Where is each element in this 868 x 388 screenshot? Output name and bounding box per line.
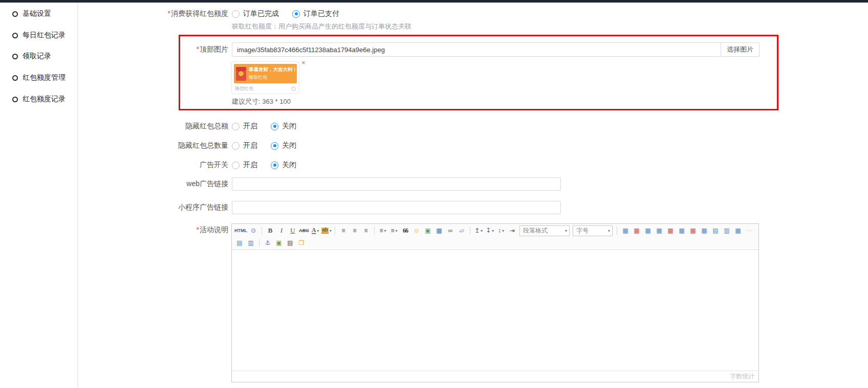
line-height-icon[interactable]: ↕▾ <box>496 225 506 236</box>
margin-top-icon[interactable]: ↥▾ <box>473 225 484 236</box>
row-hide-total-amount: 隐藏红包总额 开启 关闭 <box>0 121 868 132</box>
dropdown-caret-icon: ▾ <box>565 229 567 233</box>
italic-icon[interactable]: I <box>276 225 287 236</box>
row-mini-ad-link: 小程序广告链接 <box>0 201 868 214</box>
radio-unselected-icon <box>232 123 240 130</box>
print-icon[interactable]: ▤ <box>285 238 295 248</box>
split-row-icon[interactable]: ▤ <box>710 225 721 236</box>
radio-selected-icon <box>271 142 278 150</box>
row-lines-icon[interactable]: ▤ <box>234 238 245 248</box>
radio-unselected-icon <box>232 142 240 150</box>
column-lines-icon[interactable]: ▥ <box>246 238 256 248</box>
toolbar-row-1: HTML ⊙ B I U ABC A▾ ab▾ ≡ ≡ ≡ ≡▾ ≡▾ 66 ☺… <box>234 224 756 237</box>
underline-icon[interactable]: U <box>288 225 298 236</box>
font-size-select[interactable]: 字号▾ <box>573 225 613 236</box>
delete-table-icon[interactable]: ▦ <box>632 225 642 236</box>
sidebar: 基础设置 每日红包记录 领取记录 红包额度管理 红包额度记录 <box>0 3 78 388</box>
radio-unselected-icon <box>232 162 240 169</box>
remove-image-button[interactable]: × <box>301 59 306 66</box>
insert-row-above-icon[interactable]: ▦ <box>654 225 664 236</box>
radio-order-paid[interactable]: 订单已支付 <box>292 9 339 18</box>
dropdown-caret-icon: ▾ <box>492 229 494 233</box>
red-envelope-icon <box>236 67 246 81</box>
delete-row-icon[interactable]: ▦ <box>665 225 676 236</box>
top-dark-bar <box>0 0 868 3</box>
field-label-top-image: *顶部图片 <box>0 45 228 54</box>
image-map-icon[interactable]: ▣ <box>274 238 284 248</box>
margin-bottom-icon[interactable]: ↧▾ <box>485 225 495 236</box>
select-image-button[interactable]: 选择图片 <box>721 42 760 57</box>
emoji-icon[interactable]: ☺ <box>411 225 422 236</box>
remove-format-icon[interactable]: ▱ <box>457 225 467 236</box>
ordered-list-icon[interactable]: ≡▾ <box>378 225 388 236</box>
align-left-icon[interactable]: ≡ <box>338 225 349 236</box>
strikethrough-icon[interactable]: ABC <box>299 225 309 236</box>
radio-hide-amount-on[interactable]: 开启 <box>232 122 257 131</box>
consume-quota-help-text: 获取红包额度：用户购买商品产生的红包额度与订单状态关联 <box>232 22 411 31</box>
circle-bullet-icon <box>12 75 18 81</box>
required-mark: * <box>197 45 199 53</box>
top-image-path-input[interactable] <box>232 42 721 57</box>
radio-hide-count-off[interactable]: 关闭 <box>271 141 296 150</box>
merge-cells-icon[interactable]: ▦ <box>699 225 709 236</box>
image-preview-card: 恭喜发财，大吉大利！ 领取红包 微信红包 <box>231 61 299 94</box>
row-top-image: *顶部图片 选择图片 <box>0 42 868 57</box>
banner-subtitle: 领取红包 <box>249 74 295 81</box>
unordered-list-icon[interactable]: ≡▾ <box>389 225 399 236</box>
radio-hide-amount-off[interactable]: 关闭 <box>271 122 296 131</box>
banner-text: 恭喜发财，大吉大利！ 领取红包 <box>249 66 295 81</box>
insert-media-icon[interactable]: ▦ <box>434 225 444 236</box>
sidebar-item-quota-management[interactable]: 红包额度管理 <box>12 73 66 83</box>
highlight-color-icon[interactable]: ab▾ <box>321 225 332 236</box>
mini-ad-link-input[interactable] <box>232 201 561 214</box>
toolbar-separator <box>470 226 470 235</box>
bold-icon[interactable]: B <box>265 225 275 236</box>
font-color-icon[interactable]: A▾ <box>310 225 320 236</box>
editor-content-area[interactable] <box>232 250 758 371</box>
indent-icon[interactable]: ⇥ <box>507 225 517 236</box>
row-web-ad-link: web广告链接 <box>0 177 868 191</box>
insert-link-icon[interactable]: ∞ <box>445 225 455 236</box>
blockquote-icon[interactable]: 66 <box>400 225 410 236</box>
radio-selected-icon <box>292 10 300 18</box>
dropdown-caret-icon: ▾ <box>317 229 319 233</box>
insert-column-icon[interactable]: ▦ <box>677 225 687 236</box>
paste-icon[interactable]: ❐ <box>296 238 307 248</box>
preview-footer: 微信红包 <box>234 83 297 92</box>
preview-icon[interactable]: ⊙ <box>248 225 258 236</box>
wechat-redpacket-label: 微信红包 <box>235 85 253 92</box>
toolbar-more-icon[interactable]: ⋯ <box>744 225 754 236</box>
paragraph-format-select[interactable]: 段落格式▾ <box>519 225 570 236</box>
html-source-icon[interactable]: HTML <box>234 225 247 236</box>
sidebar-item-quota-records[interactable]: 红包额度记录 <box>12 94 66 104</box>
delete-column-icon[interactable]: ▦ <box>688 225 698 236</box>
circle-bullet-icon <box>12 33 18 38</box>
web-ad-link-input[interactable] <box>232 177 561 191</box>
sidebar-item-daily-redpacket-records[interactable]: 每日红包记录 <box>12 30 66 40</box>
radio-selected-icon <box>271 162 278 169</box>
editor-toolbar: HTML ⊙ B I U ABC A▾ ab▾ ≡ ≡ ≡ ≡▾ ≡▾ 66 ☺… <box>232 224 758 250</box>
dropdown-caret-icon: ▾ <box>396 229 398 233</box>
insert-image-icon[interactable]: ▣ <box>423 225 433 236</box>
radio-ad-off[interactable]: 关闭 <box>271 161 296 170</box>
radio-unselected-icon <box>232 10 240 18</box>
toolbar-separator <box>617 226 617 235</box>
anchor-icon[interactable]: ⚓ <box>263 238 273 248</box>
insert-table-icon[interactable]: ▦ <box>620 225 631 236</box>
sidebar-item-label: 每日红包记录 <box>23 31 66 40</box>
align-right-icon[interactable]: ≡ <box>361 225 371 236</box>
split-column-icon[interactable]: ▥ <box>722 225 732 236</box>
field-label-consume-quota: *消费获得红包额度 <box>0 9 228 18</box>
app-window: 基础设置 每日红包记录 领取记录 红包额度管理 红包额度记录 *消费获得红包额度… <box>0 0 868 388</box>
row-hide-total-count: 隐藏红包总数量 开启 关闭 <box>0 140 868 151</box>
required-mark: * <box>197 225 199 234</box>
table-grid-icon[interactable]: ▦ <box>733 225 743 236</box>
toolbar-row-2: ▤ ▥ ⚓ ▣ ▤ ❐ <box>234 237 756 249</box>
radio-ad-on[interactable]: 开启 <box>232 161 257 170</box>
radio-order-completed[interactable]: 订单已完成 <box>232 9 279 18</box>
radio-hide-count-on[interactable]: 开启 <box>232 141 257 150</box>
cell-properties-icon[interactable]: ▦ <box>643 225 653 236</box>
toolbar-separator <box>335 226 335 235</box>
banner-title: 恭喜发财，大吉大利！ <box>249 66 295 73</box>
align-center-icon[interactable]: ≡ <box>350 225 360 236</box>
